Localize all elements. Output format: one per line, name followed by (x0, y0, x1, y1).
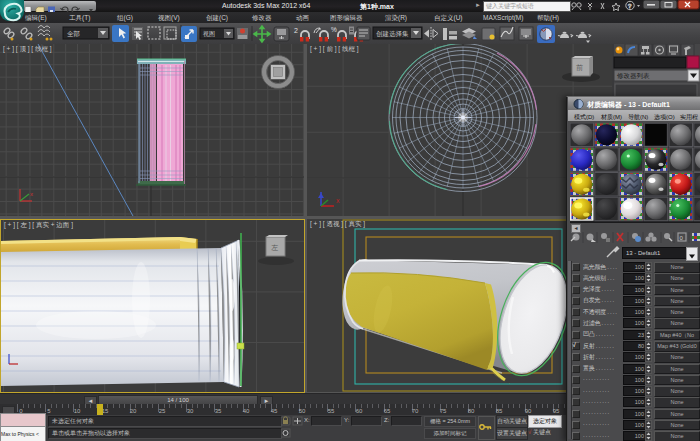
svg-text:x: x (336, 197, 340, 204)
svg-text:40: 40 (243, 408, 250, 414)
svg-text:65: 65 (384, 408, 391, 414)
svg-text:55: 55 (328, 408, 335, 414)
svg-text:25: 25 (159, 408, 166, 414)
svg-text:95: 95 (553, 408, 560, 414)
svg-text:35: 35 (215, 408, 222, 414)
svg-text:创建选择集: 创建选择集 (376, 30, 409, 38)
svg-text:左: 左 (271, 244, 278, 251)
svg-text:10: 10 (74, 408, 81, 414)
svg-text:全部: 全部 (67, 30, 80, 38)
svg-text:90: 90 (525, 408, 532, 414)
svg-text:30: 30 (187, 408, 194, 414)
svg-text:80: 80 (468, 408, 475, 414)
svg-text:85: 85 (496, 408, 503, 414)
svg-text:50: 50 (299, 408, 306, 414)
svg-text:?: ? (628, 3, 632, 9)
svg-text:视图: 视图 (203, 30, 215, 38)
svg-text:x: x (30, 191, 33, 197)
svg-text:75: 75 (440, 408, 447, 414)
svg-text:5: 5 (47, 408, 51, 414)
svg-text:%: % (331, 26, 337, 33)
svg-text:45: 45 (271, 408, 278, 414)
svg-text:20: 20 (130, 408, 137, 414)
svg-text:2: 2 (294, 27, 298, 34)
svg-text:0: 0 (680, 235, 684, 241)
svg-text:60: 60 (356, 408, 363, 414)
svg-text:70: 70 (412, 408, 419, 414)
svg-text:前: 前 (576, 64, 583, 71)
svg-text:修改器列表: 修改器列表 (617, 72, 650, 80)
